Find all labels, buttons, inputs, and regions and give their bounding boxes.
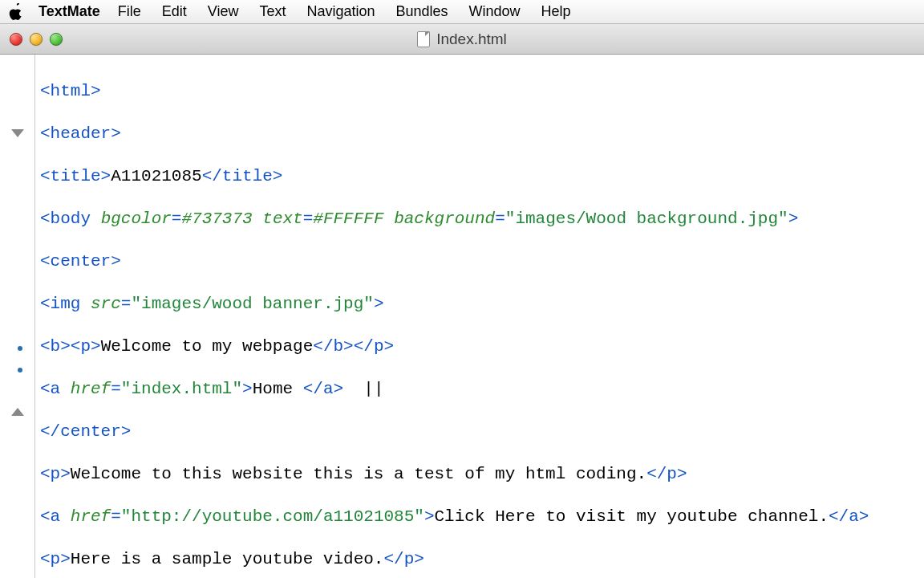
document-icon (417, 31, 430, 47)
menu-edit[interactable]: Edit (162, 3, 187, 20)
document-title: Index.html (0, 31, 924, 48)
fold-close-icon[interactable] (11, 408, 24, 416)
code-line[interactable]: <html> (40, 81, 919, 103)
fold-open-icon[interactable] (11, 129, 24, 137)
close-button[interactable] (10, 33, 22, 46)
apple-menu-icon[interactable] (8, 3, 24, 21)
gutter-bullet (18, 346, 22, 351)
gutter[interactable] (0, 55, 35, 578)
menu-file[interactable]: File (118, 3, 141, 20)
code-area[interactable]: <html> <header> <title>A11021085</title>… (35, 55, 924, 578)
code-line[interactable]: <img src="images/wood banner.jpg"> (40, 294, 919, 315)
window-titlebar: Index.html (0, 24, 924, 55)
menu-navigation[interactable]: Navigation (306, 3, 375, 20)
app-name[interactable]: TextMate (38, 3, 100, 20)
code-line[interactable]: <header> (40, 124, 919, 145)
code-line[interactable]: </center> (40, 421, 919, 443)
menu-view[interactable]: View (208, 3, 239, 20)
editor: <html> <header> <title>A11021085</title>… (0, 55, 924, 578)
code-line[interactable]: <title>A11021085</title> (40, 166, 919, 188)
traffic-lights (10, 33, 63, 46)
code-line[interactable]: <p>Here is a sample youtube video.</p> (40, 549, 919, 571)
menu-bundles[interactable]: Bundles (396, 3, 448, 20)
document-name: Index.html (436, 31, 507, 48)
code-line[interactable]: <p>Welcome to this website this is a tes… (40, 464, 919, 486)
menu-help[interactable]: Help (541, 3, 571, 20)
minimize-button[interactable] (30, 33, 43, 46)
code-line[interactable]: <a href="http://youtube.com/a11021085">C… (40, 507, 919, 528)
menu-window[interactable]: Window (469, 3, 521, 20)
zoom-button[interactable] (50, 33, 63, 46)
code-line[interactable]: <body bgcolor=#737373 text=#FFFFFF backg… (40, 209, 919, 230)
code-line[interactable]: <b><p>Welcome to my webpage</b></p> (40, 336, 919, 358)
code-line[interactable]: <center> (40, 251, 919, 273)
menu-bar: TextMate File Edit View Text Navigation … (0, 0, 924, 24)
code-line[interactable]: <a href="index.html">Home </a> || (40, 379, 919, 401)
gutter-bullet (18, 368, 22, 372)
menu-text[interactable]: Text (259, 3, 286, 20)
